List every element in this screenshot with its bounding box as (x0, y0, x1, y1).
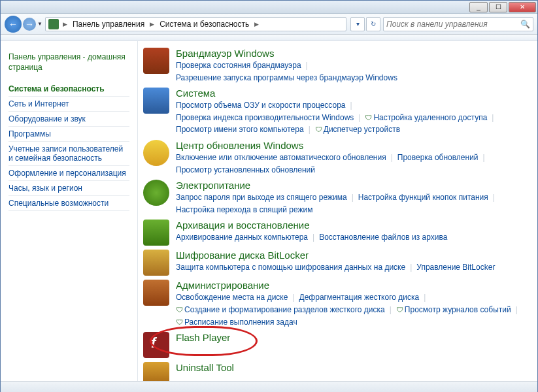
category-body: Шифрование диска BitLockerЗащита компьют… (176, 250, 527, 274)
category-title-link[interactable]: Шифрование диска BitLocker (176, 250, 527, 261)
link-separator: | (350, 99, 352, 112)
category-title-link[interactable]: Центр обновления Windows (176, 140, 527, 151)
category-links: Просмотр объема ОЗУ и скорости процессор… (176, 99, 527, 136)
sidebar-item[interactable]: Учетные записи пользователей и семейная … (8, 142, 129, 166)
task-link[interactable]: Настройка перехода в спящий режим (176, 204, 312, 216)
sidebar-home-link[interactable]: Панель управления - домашняя страница (8, 52, 129, 73)
link-separator: | (492, 112, 494, 124)
task-link[interactable]: Настройка удаленного доступа (365, 112, 487, 124)
task-link[interactable]: Восстановление файлов из архива (319, 231, 447, 244)
breadcrumb-sep-icon[interactable]: ▶ (63, 21, 67, 27)
link-separator: | (493, 191, 495, 204)
sidebar-item[interactable]: Оборудование и звук (8, 112, 129, 127)
task-link[interactable]: Включение или отключение автоматического… (176, 152, 386, 164)
maximize-button[interactable]: ☐ (489, 2, 507, 12)
task-link[interactable]: Просмотр установленных обновлений (176, 164, 315, 176)
task-link[interactable]: Просмотр имени этого компьютера (176, 123, 304, 136)
search-input[interactable] (386, 20, 520, 29)
task-link[interactable]: Освобождение места на диске (176, 291, 288, 304)
task-link[interactable]: Создание и форматирование разделов жестк… (176, 304, 385, 316)
search-icon[interactable]: 🔍 (520, 20, 530, 29)
category-body: Центр обновления WindowsВключение или от… (176, 140, 527, 176)
navbar: ← → ▼ ▶ Панель управления ▶ Система и бе… (1, 14, 537, 35)
task-link[interactable]: Расписание выполнения задач (176, 316, 297, 329)
category-links: Архивирование данных компьютера|Восстано… (176, 231, 527, 244)
task-link[interactable]: Просмотр журналов событий (396, 304, 511, 316)
titlebar: _ ☐ ✕ (1, 1, 537, 14)
category-body: Uninstall Tool (176, 362, 527, 374)
category-title-link[interactable]: Система (176, 88, 527, 99)
category-title-link[interactable]: Администрирование (176, 280, 527, 291)
content-pane: Брандмауэр WindowsПроверка состояния бра… (138, 41, 537, 381)
flash-icon (143, 332, 169, 358)
control-panel-window: _ ☐ ✕ ← → ▼ ▶ Панель управления ▶ Систем… (0, 0, 538, 392)
sidebar-item[interactable]: Часы, язык и регион (8, 181, 129, 196)
category-title-link[interactable]: Брандмауэр Windows (176, 48, 527, 59)
category-links: Проверка состояния брандмауэра|Разрешени… (176, 59, 527, 84)
sidebar: Панель управления - домашняя страница Си… (1, 41, 138, 381)
category: АдминистрированиеОсвобождение места на д… (143, 280, 527, 328)
category-body: Брандмауэр WindowsПроверка состояния бра… (176, 48, 527, 84)
category-links: Запрос пароля при выходе из спящего режи… (176, 191, 527, 216)
category-links: Защита компьютера с помощью шифрования д… (176, 261, 527, 274)
category: Центр обновления WindowsВключение или от… (143, 140, 527, 176)
category: Шифрование диска BitLockerЗащита компьют… (143, 250, 527, 276)
refresh-button[interactable]: ↻ (366, 17, 380, 31)
category-title-link[interactable]: Uninstall Tool (176, 362, 527, 373)
category: Flash Player (143, 332, 527, 358)
sidebar-item[interactable]: Программы (8, 127, 129, 142)
breadcrumb-sep-icon[interactable]: ▶ (150, 21, 154, 27)
bitlocker-icon (143, 250, 169, 276)
forward-button[interactable]: → (23, 18, 36, 31)
nav-buttons: ← → ▼ (5, 16, 42, 33)
task-link[interactable]: Проверка состояния брандмауэра (176, 59, 301, 72)
task-link[interactable]: Разрешение запуска программы через бранд… (176, 72, 397, 84)
category-body: ЭлектропитаниеЗапрос пароля при выходе и… (176, 180, 527, 216)
toolbar (1, 35, 537, 41)
breadcrumb-item[interactable]: Панель управления (71, 20, 146, 29)
task-link[interactable]: Запрос пароля при выходе из спящего режи… (176, 191, 347, 204)
body: Панель управления - домашняя страница Си… (1, 41, 537, 381)
category-body: СистемаПросмотр объема ОЗУ и скорости пр… (176, 88, 527, 136)
sidebar-item[interactable]: Оформление и персонализация (8, 166, 129, 181)
admin-icon (143, 280, 169, 306)
link-separator: | (424, 291, 426, 304)
task-link[interactable]: Защита компьютера с помощью шифрования д… (176, 261, 405, 274)
backup-icon (143, 220, 169, 246)
link-separator: | (306, 59, 308, 72)
control-panel-icon (48, 19, 59, 29)
sidebar-item[interactable]: Специальные возможности (8, 196, 129, 211)
sidebar-item[interactable]: Система и безопасность (8, 82, 129, 97)
category-title-link[interactable]: Архивация и восстановление (176, 220, 527, 231)
task-link[interactable]: Проверка индекса производительности Wind… (176, 112, 354, 124)
update-icon (143, 140, 169, 166)
task-link[interactable]: Настройка функций кнопок питания (358, 191, 488, 204)
link-separator: | (292, 291, 294, 304)
task-link[interactable]: Управление BitLocker (416, 261, 495, 274)
address-actions: ▾ ↻ (350, 17, 380, 31)
link-separator: | (352, 191, 354, 204)
search-box[interactable]: 🔍 (383, 17, 533, 31)
task-link[interactable]: Проверка обновлений (397, 152, 479, 164)
task-link[interactable]: Архивирование данных компьютера (176, 231, 308, 244)
category-title-link[interactable]: Электропитание (176, 180, 527, 191)
category-title-link[interactable]: Flash Player (176, 332, 527, 343)
breadcrumb-item[interactable]: Система и безопасность (158, 20, 250, 29)
power-icon (143, 180, 169, 206)
minimize-button[interactable]: _ (469, 2, 488, 12)
address-dropdown-icon[interactable]: ▾ (350, 17, 365, 31)
task-link[interactable]: Диспетчер устройств (315, 123, 400, 136)
back-button[interactable]: ← (5, 16, 22, 33)
history-dropdown-icon[interactable]: ▼ (37, 21, 42, 27)
address-bar[interactable]: ▶ Панель управления ▶ Система и безопасн… (45, 17, 346, 31)
category-links: Включение или отключение автоматического… (176, 152, 527, 176)
task-link[interactable]: Дефрагментация жесткого диска (299, 291, 420, 304)
close-button[interactable]: ✕ (509, 2, 536, 12)
sidebar-item[interactable]: Сеть и Интернет (8, 97, 129, 112)
link-separator: | (410, 261, 412, 274)
breadcrumb-sep-icon[interactable]: ▶ (254, 21, 259, 27)
link-separator: | (358, 112, 360, 124)
task-link[interactable]: Просмотр объема ОЗУ и скорости процессор… (176, 99, 346, 112)
category-body: АдминистрированиеОсвобождение места на д… (176, 280, 527, 328)
link-separator: | (312, 231, 314, 244)
